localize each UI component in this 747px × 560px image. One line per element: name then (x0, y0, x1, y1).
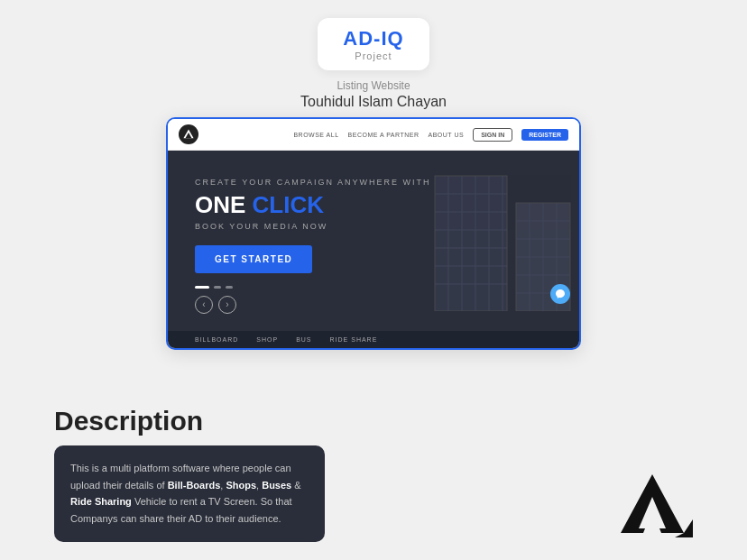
adiq-logo-large (612, 470, 693, 542)
nav-browse: BROWSE ALL (293, 132, 338, 138)
logo-bottom-right (612, 470, 693, 542)
browser-menu: BROWSE ALL BECOME A PARTNER ABOUT US SIG… (293, 128, 568, 142)
top-section: AD-IQ Project Listing Website Touhidul I… (0, 0, 747, 379)
hero-bottom-bar: BILLBOARD SHOP BUS RIDE SHARE (168, 331, 579, 348)
description-card: This is a multi platform software where … (54, 445, 325, 542)
project-header: AD-IQ Project Listing Website Touhidul I… (0, 9, 747, 117)
author-name: Touhidul Islam Chayan (0, 94, 747, 110)
dot-1 (195, 286, 209, 289)
bottom-section: Description This is a multi platform sof… (0, 379, 747, 560)
adiq-card: AD-IQ Project (318, 18, 429, 70)
description-section: Description This is a multi platform sof… (54, 406, 693, 542)
hero-title-click: CLICK (253, 191, 324, 218)
dot-2 (214, 286, 221, 289)
description-text: This is a multi platform software where … (70, 460, 309, 528)
messenger-icon (555, 289, 566, 299)
browser-nav: BROWSE ALL BECOME A PARTNER ABOUT US SIG… (168, 119, 579, 151)
cat-shop: SHOP (256, 336, 278, 343)
nav-about: ABOUT US (428, 132, 464, 138)
cat-bus: BUS (296, 336, 311, 343)
browser-logo (179, 124, 198, 144)
next-arrow[interactable]: › (218, 296, 236, 314)
project-subtitle: Project (343, 50, 403, 61)
signin-button[interactable]: SIGN IN (473, 128, 512, 142)
logo-icon (182, 128, 195, 141)
chat-bubble[interactable] (550, 284, 570, 304)
register-button[interactable]: REGISTER (521, 129, 568, 141)
hero-title-one: ONE (195, 191, 253, 218)
project-title: AD-IQ (343, 27, 403, 50)
get-started-button[interactable]: GET STARTED (195, 245, 312, 273)
nav-partner: BECOME A PARTNER (348, 132, 420, 138)
description-title: Description (54, 406, 693, 436)
prev-arrow[interactable]: ‹ (195, 296, 213, 314)
dot-3 (226, 286, 233, 289)
svg-rect-2 (435, 176, 507, 311)
cat-billboard: BILLBOARD (195, 336, 238, 343)
browser-mockup: BROWSE ALL BECOME A PARTNER ABOUT US SIG… (166, 117, 581, 350)
listing-label: Listing Website (0, 79, 747, 92)
hero-section: CREATE YOUR CAMPAIGN ANYWHERE WITH ONE C… (168, 151, 579, 331)
cat-rideshare: RIDE SHARE (330, 336, 378, 343)
